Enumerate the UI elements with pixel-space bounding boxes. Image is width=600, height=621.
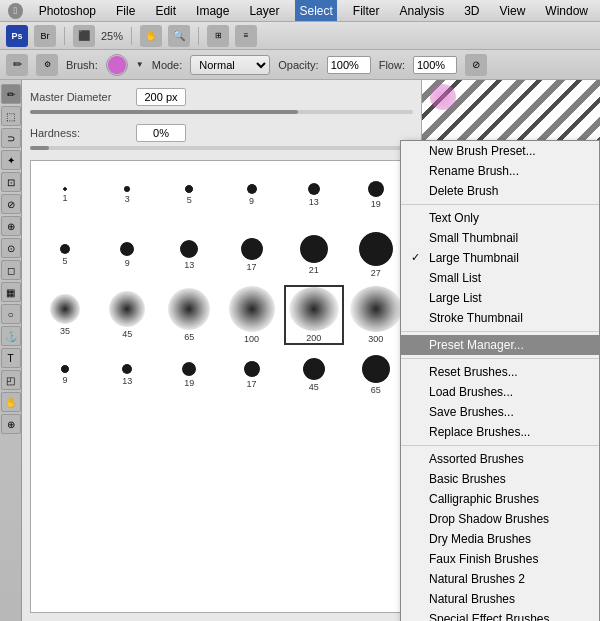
square-icon[interactable]: ⬛ xyxy=(73,25,95,47)
master-diameter-value[interactable]: 200 px xyxy=(136,88,186,106)
zoom-tool[interactable]: 🔍 xyxy=(168,25,190,47)
menu-brush-set-item[interactable]: Natural Brushes xyxy=(401,589,599,609)
brush-preview[interactable] xyxy=(106,54,128,76)
brush-cell[interactable]: 5 xyxy=(35,225,95,285)
mode-select[interactable]: Normal xyxy=(190,55,270,75)
brush-cell[interactable]: 100 xyxy=(222,285,282,345)
menubar:  Photoshop File Edit Image Layer Select… xyxy=(0,0,600,22)
brush-cell[interactable]: 200 xyxy=(284,285,344,345)
flow-input[interactable] xyxy=(413,56,457,74)
brush-cell[interactable]: 9 xyxy=(35,345,95,405)
options-icon[interactable]: ≡ xyxy=(235,25,257,47)
menu-delete[interactable]: Delete Brush xyxy=(401,181,599,201)
menu-rename[interactable]: Rename Brush... xyxy=(401,161,599,181)
brush-cell[interactable]: 300 xyxy=(346,285,406,345)
brush-dot xyxy=(180,240,198,258)
menu-brush-set-item[interactable]: Basic Brushes xyxy=(401,469,599,489)
brush-size-label: 200 xyxy=(306,333,321,343)
brush-cell[interactable]: 19 xyxy=(346,165,406,225)
menubar-layer[interactable]: Layer xyxy=(245,0,283,21)
apple-menu[interactable]:  xyxy=(8,3,23,19)
brush-size-label: 1 xyxy=(62,193,67,203)
brush-cell[interactable]: 17 xyxy=(222,345,282,405)
brush-dot xyxy=(244,361,260,377)
menu-brush-set-item[interactable]: Drop Shadow Brushes xyxy=(401,509,599,529)
tool-clone[interactable]: ⊙ xyxy=(1,238,21,258)
grid-icon[interactable]: ⊞ xyxy=(207,25,229,47)
tool-eraser[interactable]: ◻ xyxy=(1,260,21,280)
brush-cell[interactable]: 1 xyxy=(35,165,95,225)
brush-cell[interactable]: 13 xyxy=(284,165,344,225)
menu-save-brushes[interactable]: Save Brushes... xyxy=(401,402,599,422)
menubar-select[interactable]: Select xyxy=(295,0,336,21)
brush-cell[interactable]: 19 xyxy=(159,345,219,405)
brush-cell[interactable]: 5 xyxy=(159,165,219,225)
brush-cell[interactable]: 17 xyxy=(222,225,282,285)
tool-crop[interactable]: ⊡ xyxy=(1,172,21,192)
menu-brush-set-item[interactable]: Assorted Brushes xyxy=(401,449,599,469)
brush-cell[interactable]: 35 xyxy=(35,285,95,345)
hand-tool[interactable]: ✋ xyxy=(140,25,162,47)
tool-hand[interactable]: ✋ xyxy=(1,392,21,412)
tool-lasso[interactable]: ⊃ xyxy=(1,128,21,148)
menu-load-brushes[interactable]: Load Brushes... xyxy=(401,382,599,402)
menubar-window[interactable]: Window xyxy=(541,0,592,21)
brush-cell[interactable]: 13 xyxy=(159,225,219,285)
menubar-edit[interactable]: Edit xyxy=(151,0,180,21)
brush-cell[interactable]: 9 xyxy=(97,225,157,285)
brush-cell[interactable]: 45 xyxy=(284,345,344,405)
tool-shape[interactable]: ◰ xyxy=(1,370,21,390)
menu-brush-set-item[interactable]: Faux Finish Brushes xyxy=(401,549,599,569)
brush-cell[interactable]: 9 xyxy=(222,165,282,225)
tool-magic-wand[interactable]: ✦ xyxy=(1,150,21,170)
menubar-filter[interactable]: Filter xyxy=(349,0,384,21)
opacity-input[interactable] xyxy=(327,56,371,74)
menubar-3d[interactable]: 3D xyxy=(460,0,483,21)
tool-text[interactable]: T xyxy=(1,348,21,368)
menubar-analysis[interactable]: Analysis xyxy=(395,0,448,21)
menu-small-list[interactable]: Small List xyxy=(401,268,599,288)
brush-size-label: 9 xyxy=(125,258,130,268)
menu-brush-set-item[interactable]: Dry Media Brushes xyxy=(401,529,599,549)
menu-preset-manager[interactable]: Preset Manager... xyxy=(401,335,599,355)
tool-dodge[interactable]: ○ xyxy=(1,304,21,324)
brush-cell[interactable]: 65 xyxy=(159,285,219,345)
menu-new-preset[interactable]: New Brush Preset... xyxy=(401,141,599,161)
tool-zoom[interactable]: ⊕ xyxy=(1,414,21,434)
menu-large-thumbnail[interactable]: Large Thumbnail xyxy=(401,248,599,268)
menu-brush-set-item[interactable]: Natural Brushes 2 xyxy=(401,569,599,589)
brush-cell[interactable]: 27 xyxy=(346,225,406,285)
menu-brush-set-item[interactable]: Calligraphic Brushes xyxy=(401,489,599,509)
menu-stroke-thumbnail[interactable]: Stroke Thumbnail xyxy=(401,308,599,328)
br-icon[interactable]: Br xyxy=(34,25,56,47)
brush-cell[interactable]: 65 xyxy=(346,345,406,405)
tool-eyedropper[interactable]: ⊘ xyxy=(1,194,21,214)
menubar-photoshop[interactable]: Photoshop xyxy=(35,0,100,21)
tool-select[interactable]: ⬚ xyxy=(1,106,21,126)
brush-size-label: 45 xyxy=(122,329,132,339)
menu-text-only[interactable]: Text Only xyxy=(401,208,599,228)
menu-small-thumbnail[interactable]: Small Thumbnail xyxy=(401,228,599,248)
brush-size-label: 9 xyxy=(62,375,67,385)
tool-heal[interactable]: ⊕ xyxy=(1,216,21,236)
menu-reset-brushes[interactable]: Reset Brushes... xyxy=(401,362,599,382)
brush-cell[interactable]: 13 xyxy=(97,345,157,405)
tool-brush[interactable]: ✏ xyxy=(1,84,21,104)
brush-cell[interactable]: 45 xyxy=(97,285,157,345)
menubar-file[interactable]: File xyxy=(112,0,139,21)
hardness-value[interactable]: 0% xyxy=(136,124,186,142)
tool-pen[interactable]: ⚓ xyxy=(1,326,21,346)
menubar-image[interactable]: Image xyxy=(192,0,233,21)
brush-cell[interactable]: 21 xyxy=(284,225,344,285)
menu-brush-set-item[interactable]: Special Effect Brushes xyxy=(401,609,599,621)
brush-cell[interactable]: 3 xyxy=(97,165,157,225)
menubar-view[interactable]: View xyxy=(496,0,530,21)
menu-replace-brushes[interactable]: Replace Brushes... xyxy=(401,422,599,442)
master-diameter-label: Master Diameter xyxy=(30,91,130,103)
menu-large-list[interactable]: Large List xyxy=(401,288,599,308)
brush-dropdown-arrow[interactable]: ▼ xyxy=(136,60,144,69)
airbrush-icon[interactable]: ⊘ xyxy=(465,54,487,76)
brush-setting-icon[interactable]: ⚙ xyxy=(36,54,58,76)
brush-tool-icon[interactable]: ✏ xyxy=(6,54,28,76)
tool-gradient[interactable]: ▦ xyxy=(1,282,21,302)
